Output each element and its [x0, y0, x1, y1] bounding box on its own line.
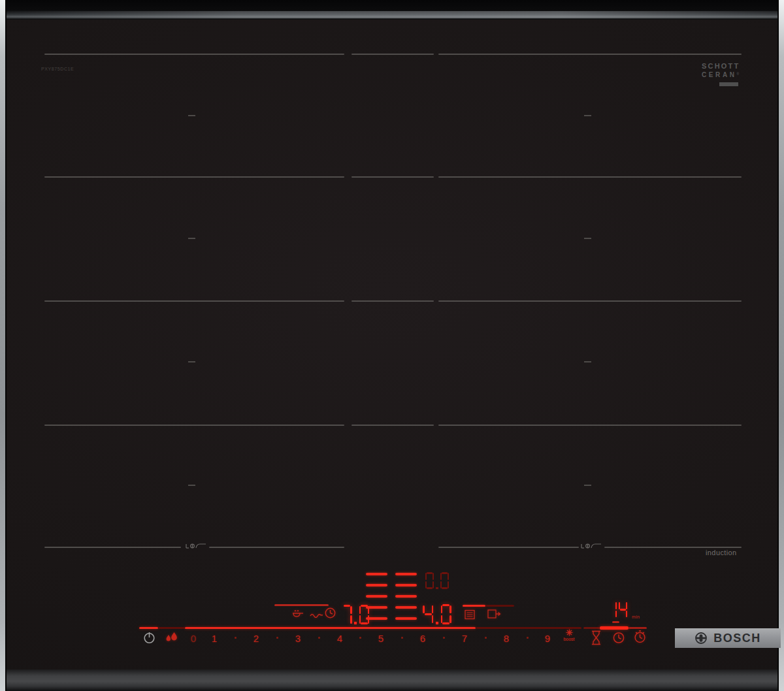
- level-bar: [395, 617, 417, 620]
- registered-mark: ®: [737, 72, 740, 76]
- separator-dot: [276, 637, 278, 639]
- digit-key-2[interactable]: 2: [248, 633, 264, 644]
- fry-sensor-pan-icon: [291, 609, 304, 618]
- level-bar: [366, 606, 387, 609]
- separator-dot: [485, 637, 487, 639]
- right-flexzone-indicator: [395, 573, 417, 620]
- right-function-indicator-line-dim: [485, 605, 514, 607]
- zone-line: [44, 425, 344, 426]
- zone-line: [438, 425, 742, 426]
- pan-position-marker: [188, 238, 195, 239]
- pan-position-marker: [584, 115, 591, 116]
- separator-dot: [359, 637, 361, 639]
- zone-line: [438, 300, 742, 302]
- left-function-indicator-line: [274, 604, 329, 606]
- slider-line: [185, 627, 476, 629]
- slider-line: [629, 627, 647, 629]
- bosch-wordmark: BOSCH: [713, 632, 761, 645]
- slider-line-active: [600, 626, 629, 630]
- digit-key-7[interactable]: 7: [457, 633, 472, 644]
- hourglass-timer-key[interactable]: [591, 630, 602, 645]
- digit-key-4[interactable]: 4: [332, 633, 348, 644]
- pan-position-marker: [584, 485, 591, 486]
- induction-label: induction: [706, 549, 737, 556]
- rear-zone-level-display: [424, 572, 450, 589]
- timer-unit-label: min: [632, 615, 640, 619]
- kitchen-timer-key[interactable]: [633, 630, 647, 644]
- pan-position-marker: [188, 115, 195, 116]
- level-bar: [395, 595, 417, 598]
- zone-line: [44, 300, 344, 302]
- digit-key-6[interactable]: 6: [415, 633, 431, 644]
- wipe-protection-key[interactable]: [165, 630, 179, 645]
- schott-ceran-logo: SCHOTT CERAN®: [702, 63, 740, 78]
- digit-key-0[interactable]: 0: [186, 633, 201, 644]
- left-metal-trim: [0, 0, 7, 691]
- separator-dot: [235, 637, 237, 639]
- pan-position-marker: [584, 361, 591, 362]
- level-bar: [395, 573, 417, 575]
- bosch-badge: BOSCH: [675, 628, 781, 648]
- pan-position-marker: [188, 361, 195, 362]
- top-bevel-edge: [5, 0, 779, 20]
- schott-ceran-line1: SCHOTT: [702, 63, 740, 70]
- timer-display: [607, 602, 629, 618]
- separator-dot: [443, 637, 445, 639]
- ceran-glass-surface: [5, 20, 779, 669]
- zone-line: [604, 547, 742, 548]
- boost-star-icon: [566, 629, 573, 636]
- separator-dot: [527, 637, 529, 639]
- digit-key-1[interactable]: 1: [206, 633, 222, 644]
- zone-line: [438, 547, 579, 548]
- induction-cooktop: PXY875DC1E SCHOTT CERAN® induction BOSCH: [0, 0, 784, 691]
- boost-label: boost: [563, 637, 574, 641]
- model-number: PXY875DC1E: [41, 67, 74, 71]
- zone-line: [44, 176, 344, 178]
- power-key[interactable]: [142, 631, 156, 645]
- right-function-indicator-line: [463, 605, 485, 607]
- pan-size-marker-icon: [184, 541, 207, 550]
- slider-line: [139, 627, 158, 629]
- level-bar: [395, 584, 417, 587]
- zone-line: [438, 54, 742, 55]
- slider-line: [158, 627, 185, 629]
- simmer-wave-icon: [310, 612, 324, 618]
- digit-key-8[interactable]: 8: [498, 633, 514, 644]
- schott-ceran-line2: CERAN: [702, 71, 737, 78]
- digit-key-3[interactable]: 3: [290, 633, 306, 644]
- separator-dot: [318, 637, 320, 639]
- bevel-highlight: [5, 11, 779, 18]
- boost-key[interactable]: boost: [559, 629, 580, 641]
- front-bevel-edge: [5, 669, 779, 691]
- bosch-emblem-icon: [694, 632, 708, 645]
- separator-dot: [401, 637, 403, 639]
- cooking-timer-key[interactable]: [612, 631, 625, 644]
- zone-line: [351, 425, 434, 426]
- level-bar: [366, 573, 387, 575]
- zone-line: [44, 547, 181, 548]
- zone-line: [351, 54, 434, 55]
- zone-line: [209, 547, 344, 548]
- zone-line: [44, 54, 344, 55]
- zone-line: [351, 176, 434, 178]
- zone-timer-clock-icon: [324, 607, 336, 619]
- level-bar: [366, 617, 387, 620]
- slider-line: [583, 627, 600, 629]
- pan-position-marker: [584, 238, 591, 239]
- keep-warm-icon: [465, 609, 475, 620]
- level-bar: [395, 606, 417, 609]
- zone-line: [438, 176, 742, 178]
- timer-select-dash: [612, 621, 619, 623]
- right-zone-level-display: [421, 604, 453, 624]
- move-pan-icon: [487, 608, 501, 620]
- digit-key-9[interactable]: 9: [540, 633, 555, 644]
- right-metal-trim: [777, 0, 784, 691]
- digit-key-5[interactable]: 5: [373, 633, 389, 644]
- zone-line: [351, 300, 434, 302]
- pan-size-marker-icon: [579, 541, 602, 550]
- schott-ceran-bar: [719, 82, 738, 86]
- pan-position-marker: [188, 485, 195, 486]
- level-bar: [366, 595, 387, 598]
- left-flexzone-indicator: [366, 573, 387, 620]
- level-bar: [366, 584, 387, 587]
